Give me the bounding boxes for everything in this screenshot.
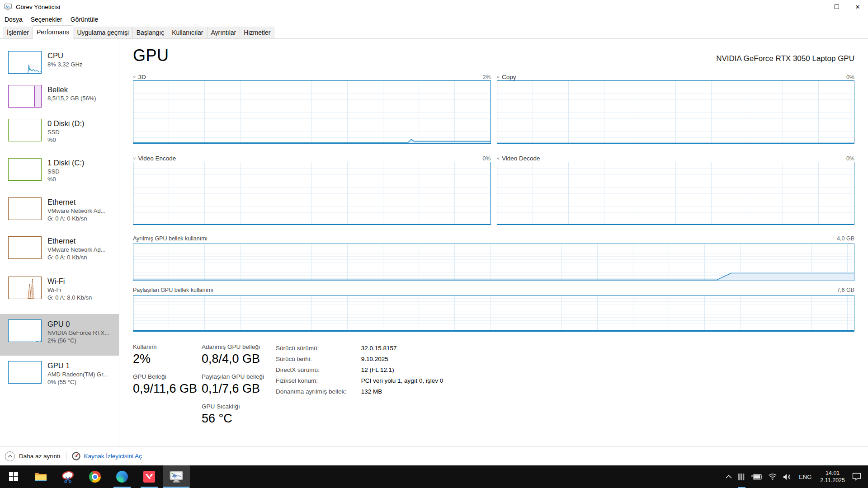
tab-uygulama-gecmisi[interactable]: Uygulama geçmişi — [73, 27, 132, 39]
stat-value: 2% — [133, 351, 157, 366]
dedicated-memory-scale: 4,0 GB — [837, 235, 854, 242]
minimize-button[interactable] — [806, 0, 826, 14]
edge-icon — [116, 471, 128, 483]
maximize-button[interactable] — [826, 0, 847, 14]
snipping-tool-button[interactable] — [54, 465, 81, 488]
wifi-tray-button[interactable] — [765, 465, 780, 488]
notification-icon — [852, 473, 861, 481]
engine-encode-percent: 0% — [482, 155, 491, 162]
divider — [66, 452, 66, 461]
chrome-button[interactable] — [81, 465, 108, 488]
task-manager-window: Görev Yöneticisi ✕ Dosya Seçenekler Görü… — [0, 0, 868, 465]
sidebar-item-detail: 8% 3,32 GHz — [47, 61, 82, 68]
clock[interactable]: 14:01 2.11.2025 — [816, 469, 849, 484]
engine-decode-label: Video Decode — [502, 155, 540, 162]
sidebar-item-gpu0[interactable]: GPU 0 NVIDIA GeForce RTX... 2% (56 °C) — [0, 314, 119, 356]
valorant-button[interactable] — [136, 465, 163, 488]
open-resource-monitor-link[interactable]: Kaynak İzleyicisini Aç — [72, 452, 142, 460]
cpu-mini-chart — [8, 51, 42, 74]
windows-logo-icon — [9, 472, 18, 481]
performance-sidebar: CPU 8% 3,32 GHz Bellek 8,5/15,2 GB (56%)… — [0, 39, 119, 446]
chevron-up-icon — [726, 475, 732, 479]
tab-kullanicilar[interactable]: Kullanıcılar — [168, 27, 207, 39]
menu-bar: Dosya Seçenekler Görüntüle — [0, 14, 868, 25]
tray-app-button[interactable] — [735, 465, 748, 488]
tray-overflow-button[interactable] — [722, 465, 735, 488]
less-details-label: Daha az ayrıntı — [19, 453, 61, 460]
sidebar-item-bellek[interactable]: Bellek 8,5/15,2 GB (56%) — [0, 85, 119, 119]
detail-label: Sürücü sürümü: — [276, 344, 359, 352]
tab-performans[interactable]: Performans — [33, 25, 73, 39]
detail-label: Donanıma ayrılmış bellek: — [276, 388, 359, 395]
sidebar-item-ethernet-2[interactable]: Ethernet VMware Network Ad... G: 0 A: 0 … — [0, 236, 119, 277]
grid-app-icon — [738, 474, 745, 480]
less-details-button[interactable]: Daha az ayrıntı — [5, 451, 61, 461]
volume-tray-button[interactable] — [780, 465, 794, 488]
sidebar-item-title: Ethernet — [47, 197, 106, 207]
window-title: Görev Yöneticisi — [16, 4, 60, 10]
start-button[interactable] — [0, 465, 27, 488]
sidebar-item-detail: NVIDIA GeForce RTX... — [47, 329, 109, 337]
sidebar-item-gpu1[interactable]: GPU 1 AMD Radeon(TM) Gr... 0% (55 °C) — [0, 356, 119, 397]
sidebar-item-disk-d[interactable]: 0 Diski (D:) SSD %0 — [0, 119, 119, 158]
engine-encode-chart — [133, 162, 491, 225]
tab-strip: İşlemler Performans Uygulama geçmişi Baş… — [0, 25, 868, 39]
sidebar-item-detail: SSD — [47, 128, 85, 136]
edge-button[interactable] — [108, 465, 136, 488]
chevron-down-icon[interactable]: ˅ — [497, 75, 500, 80]
menu-secenekler[interactable]: Seçenekler — [27, 14, 66, 24]
chevron-down-icon[interactable]: ˅ — [497, 156, 500, 161]
tab-ayrintilar[interactable]: Ayrıntılar — [207, 27, 241, 39]
task-manager-taskbar-button[interactable] — [163, 465, 190, 488]
engine-3d-chart — [133, 80, 491, 144]
disk-c-mini-chart — [8, 158, 42, 181]
tab-islemler[interactable]: İşlemler — [3, 27, 33, 39]
detail-value: 12 (FL 12.1) — [361, 366, 394, 373]
stat-value: 0,1/7,6 GB — [202, 381, 264, 396]
ethernet1-mini-chart — [8, 197, 42, 220]
tab-hizmetler[interactable]: Hizmetler — [240, 27, 274, 39]
engine-decode-percent: 0% — [846, 155, 854, 162]
sidebar-item-detail: AMD Radeon(TM) Gr... — [47, 371, 108, 378]
sidebar-item-disk-c[interactable]: 1 Diski (C:) SSD %0 — [0, 158, 119, 197]
sidebar-item-detail2: G: 0 A: 0 Kb/sn — [47, 215, 106, 222]
clock-date: 2.11.2025 — [820, 477, 845, 484]
clock-time: 14:01 — [820, 469, 845, 477]
stat-label: Adanmış GPU belleği — [202, 343, 260, 351]
sidebar-item-cpu[interactable]: CPU 8% 3,32 GHz — [0, 51, 119, 85]
page-title: GPU — [133, 46, 169, 66]
sidebar-item-title: Wi-Fi — [47, 277, 92, 286]
sidebar-item-detail: SSD — [47, 168, 85, 175]
tab-baslangic[interactable]: Başlangıç — [132, 27, 168, 39]
sidebar-item-title: 0 Diski (D:) — [47, 119, 85, 128]
language-indicator[interactable]: ENG — [794, 465, 816, 488]
task-manager-icon — [170, 471, 183, 483]
resource-monitor-icon — [72, 452, 80, 460]
stat-label: Kullanım — [133, 343, 157, 351]
shared-memory-scale: 7,6 GB — [837, 287, 854, 293]
stat-label: Paylaşılan GPU belleği — [202, 373, 264, 380]
menu-goruntule[interactable]: Görüntüle — [66, 14, 102, 24]
memory-usage-fill — [34, 86, 41, 107]
sidebar-item-detail2: %0 — [47, 136, 85, 144]
window-controls: ✕ — [806, 0, 868, 14]
sidebar-item-wifi[interactable]: Wi-Fi Wi-Fi G: 0 A: 8,0 Kb/sn — [0, 277, 119, 314]
ethernet2-mini-chart — [8, 236, 42, 259]
chevron-down-icon[interactable]: ˅ — [133, 156, 136, 161]
chevron-down-icon[interactable]: ˅ — [133, 75, 136, 80]
menu-dosya[interactable]: Dosya — [0, 14, 27, 24]
gpu1-mini-chart — [8, 361, 42, 384]
battery-tray-button[interactable] — [748, 465, 765, 488]
action-center-button[interactable] — [849, 465, 864, 488]
close-icon: ✕ — [855, 4, 860, 10]
sidebar-item-ethernet-1[interactable]: Ethernet VMware Network Ad... G: 0 A: 0 … — [0, 197, 119, 236]
sidebar-item-title: CPU — [47, 51, 82, 61]
sidebar-item-detail2: 2% (56 °C) — [47, 337, 109, 344]
engine-copy-percent: 0% — [846, 74, 854, 80]
file-explorer-button[interactable] — [27, 465, 54, 488]
close-button[interactable]: ✕ — [847, 0, 868, 14]
maximize-icon — [835, 5, 839, 9]
stat-value: 56 °C — [202, 411, 240, 426]
status-bar: Daha az ayrıntı Kaynak İzleyicisini Aç — [0, 446, 868, 465]
stat-label: GPU Sıcaklığı — [202, 403, 240, 410]
